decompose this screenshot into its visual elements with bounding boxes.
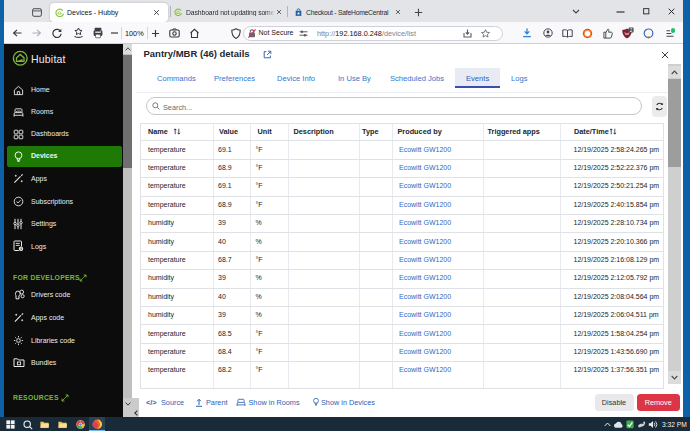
svg-text:2: 2 xyxy=(630,28,633,33)
